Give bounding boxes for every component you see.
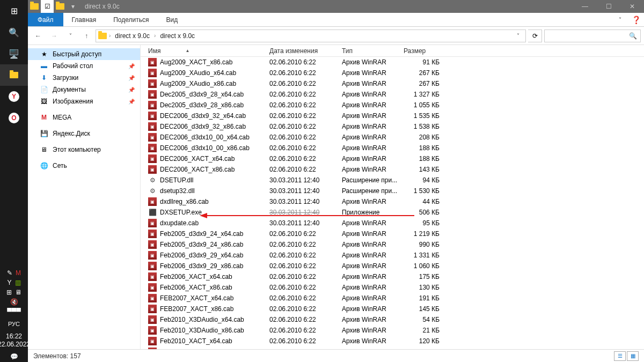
- file-row[interactable]: ▣DEC2006_d3dx9_32_x64.cab02.06.2010 6:22…: [141, 110, 644, 121]
- file-type: Архив WinRAR: [342, 252, 404, 259]
- nav-desktop[interactable]: ▬Рабочий стол📌: [28, 60, 140, 72]
- notification-icon[interactable]: 💬: [0, 351, 28, 362]
- forward-button[interactable]: →: [47, 29, 61, 43]
- file-date: 02.06.2010 6:22: [269, 166, 342, 173]
- file-row[interactable]: ▣Feb2006_XACT_x86.cab02.06.2010 6:22Архи…: [141, 282, 644, 293]
- qat-properties-icon[interactable]: ☑: [41, 0, 54, 13]
- file-row[interactable]: ⚙DSETUP.dll30.03.2011 12:40Расширение пр…: [141, 175, 644, 186]
- back-button[interactable]: ←: [31, 29, 45, 43]
- file-row[interactable]: ▣DEC2006_d3dx10_00_x86.cab02.06.2010 6:2…: [141, 143, 644, 153]
- taskbar-opera-icon[interactable]: O: [0, 107, 28, 129]
- file-row[interactable]: ▣dxdllreg_x86.cab30.03.2011 12:40Архив W…: [141, 196, 644, 207]
- file-type: Архив WinRAR: [342, 198, 404, 205]
- file-row[interactable]: ▣DEC2006_XACT_x86.cab02.06.2010 6:22Архи…: [141, 164, 644, 175]
- file-row[interactable]: ▣DEC2006_d3dx9_32_x86.cab02.06.2010 6:22…: [141, 121, 644, 132]
- file-row[interactable]: ▣dxupdate.cab30.03.2011 12:40Архив WinRA…: [141, 218, 644, 228]
- file-row[interactable]: ▣Feb2006_d3dx9_29_x64.cab02.06.2010 6:22…: [141, 250, 644, 261]
- file-size: 44 КБ: [404, 198, 444, 205]
- file-row[interactable]: ▣Feb2010_XACT_x86.cab02.06.2010 6:22Архи…: [141, 346, 644, 349]
- minimize-button[interactable]: —: [573, 0, 597, 13]
- history-dropdown[interactable]: ˅: [63, 29, 77, 43]
- file-row[interactable]: ▣Feb2005_d3dx9_24_x64.cab02.06.2010 6:22…: [141, 228, 644, 239]
- yadisk-icon: 💾: [40, 130, 48, 137]
- tab-home[interactable]: Главная: [63, 13, 105, 26]
- tray-icon[interactable]: M: [16, 269, 21, 277]
- close-button[interactable]: ✕: [620, 0, 644, 13]
- taskbar-yandex-icon[interactable]: Y: [0, 86, 28, 107]
- file-row[interactable]: ▣Feb2010_X3DAudio_x64.cab02.06.2010 6:22…: [141, 314, 644, 325]
- help-icon[interactable]: ❓: [628, 13, 644, 26]
- tab-file[interactable]: Файл: [28, 13, 63, 26]
- tab-share[interactable]: Поделиться: [105, 13, 157, 26]
- nav-yandex-disk[interactable]: 💾Яндекс.Диск: [28, 128, 140, 139]
- qat-newfolder-icon[interactable]: [54, 0, 67, 13]
- file-row[interactable]: ▣DEC2006_XACT_x64.cab02.06.2010 6:22Архи…: [141, 153, 644, 164]
- start-button[interactable]: ⊞: [0, 0, 28, 21]
- address-dropdown-icon[interactable]: ˅: [513, 33, 523, 39]
- file-date: 02.06.2010 6:22: [269, 327, 342, 334]
- view-details-button[interactable]: ☰: [614, 351, 626, 361]
- file-row[interactable]: ▣Feb2010_X3DAudio_x86.cab02.06.2010 6:22…: [141, 325, 644, 336]
- refresh-button[interactable]: ⟳: [528, 29, 542, 42]
- file-row[interactable]: ▣FEB2007_XACT_x86.cab02.06.2010 6:22Архи…: [141, 304, 644, 314]
- nav-this-pc[interactable]: 🖥Этот компьютер: [28, 144, 140, 156]
- tray-icon[interactable]: Y: [7, 279, 11, 286]
- qat-dropdown-icon[interactable]: ▾: [67, 0, 79, 13]
- column-type[interactable]: Тип: [342, 47, 404, 55]
- nav-network[interactable]: 🌐Сеть: [28, 160, 140, 172]
- column-size[interactable]: Размер: [404, 47, 444, 55]
- file-row[interactable]: ▣DEC2006_d3dx10_00_x64.cab02.06.2010 6:2…: [141, 132, 644, 143]
- file-row[interactable]: ▣Feb2005_d3dx9_24_x86.cab02.06.2010 6:22…: [141, 239, 644, 250]
- nav-mega[interactable]: MMEGA: [28, 112, 140, 123]
- system-tray[interactable]: ✎M Y▥ ⊞🖥 🔇 ▀▀▀: [0, 267, 28, 317]
- file-date: 02.06.2010 6:22: [269, 284, 342, 291]
- chevron-right-icon[interactable]: ›: [108, 33, 112, 39]
- file-name: Feb2010_X3DAudio_x64.cab: [160, 316, 244, 323]
- file-row[interactable]: ▣Aug2009_XACT_x86.cab02.06.2010 6:22Архи…: [141, 57, 644, 68]
- taskbar-clock[interactable]: 16:22 22.06.2022: [0, 330, 30, 351]
- ribbon-collapse-icon[interactable]: ˅: [612, 13, 628, 26]
- tab-view[interactable]: Вид: [157, 13, 186, 26]
- file-date: 02.06.2010 6:22: [269, 305, 342, 313]
- tray-icon[interactable]: 🖥: [15, 289, 21, 296]
- tray-overflow-icon[interactable]: ▀▀▀: [7, 308, 21, 315]
- file-type: Приложение: [342, 209, 404, 216]
- file-size: 91 КБ: [404, 348, 444, 349]
- tray-icon[interactable]: ▥: [15, 279, 21, 286]
- file-row[interactable]: ▣Aug2009_XAudio_x86.cab02.06.2010 6:22Ар…: [141, 78, 644, 89]
- volume-mute-icon[interactable]: 🔇: [10, 298, 18, 306]
- file-size: 21 КБ: [404, 327, 444, 334]
- breadcrumb[interactable]: › direct x 9.0c › direct x 9.0c ˅: [96, 29, 526, 42]
- taskbar-monitor-icon[interactable]: 🖥️: [0, 43, 28, 64]
- download-icon: ⬇: [40, 74, 48, 82]
- file-row[interactable]: ⚙dsetup32.dll30.03.2011 12:40Расширение …: [141, 186, 644, 196]
- file-row[interactable]: ▣FEB2007_XACT_x64.cab02.06.2010 6:22Архи…: [141, 293, 644, 304]
- tray-icon[interactable]: ✎: [7, 269, 12, 277]
- file-row[interactable]: ▣Dec2005_d3dx9_28_x86.cab02.06.2010 6:22…: [141, 100, 644, 110]
- qat-folder-icon[interactable]: [28, 0, 41, 13]
- tray-icon[interactable]: ⊞: [6, 289, 12, 296]
- view-icons-button[interactable]: ▦: [627, 351, 639, 361]
- file-row[interactable]: ▣Dec2005_d3dx9_28_x64.cab02.06.2010 6:22…: [141, 89, 644, 100]
- search-input[interactable]: 🔍: [544, 29, 641, 42]
- breadcrumb-item[interactable]: direct x 9.0c: [113, 32, 152, 40]
- nav-pictures[interactable]: 🖼Изображения📌: [28, 95, 140, 107]
- nav-downloads[interactable]: ⬇Загрузки📌: [28, 72, 140, 84]
- taskbar-search-icon[interactable]: 🔍: [0, 21, 28, 43]
- column-name[interactable]: Имя▲: [141, 47, 269, 55]
- nav-documents[interactable]: 📄Документы📌: [28, 84, 140, 95]
- up-button[interactable]: ↑: [79, 29, 93, 43]
- file-row[interactable]: ⬛DXSETUP.exe30.03.2011 12:40Приложение50…: [141, 207, 644, 218]
- file-row[interactable]: ▣Feb2010_XACT_x64.cab02.06.2010 6:22Архи…: [141, 336, 644, 346]
- column-date[interactable]: Дата изменения: [269, 47, 342, 55]
- file-row[interactable]: ▣Aug2009_XAudio_x64.cab02.06.2010 6:22Ар…: [141, 68, 644, 78]
- language-indicator[interactable]: РУС: [8, 317, 20, 330]
- file-row[interactable]: ▣Feb2006_d3dx9_29_x86.cab02.06.2010 6:22…: [141, 261, 644, 271]
- breadcrumb-item[interactable]: direct x 9.0c: [158, 32, 197, 40]
- file-row[interactable]: ▣Feb2006_XACT_x64.cab02.06.2010 6:22Архи…: [141, 271, 644, 282]
- taskbar-explorer-icon[interactable]: [0, 64, 28, 86]
- file-type: Архив WinRAR: [342, 112, 404, 120]
- chevron-right-icon[interactable]: ›: [153, 33, 157, 39]
- maximize-button[interactable]: ☐: [597, 0, 620, 13]
- nav-quick-access[interactable]: ★Быстрый доступ: [28, 48, 140, 60]
